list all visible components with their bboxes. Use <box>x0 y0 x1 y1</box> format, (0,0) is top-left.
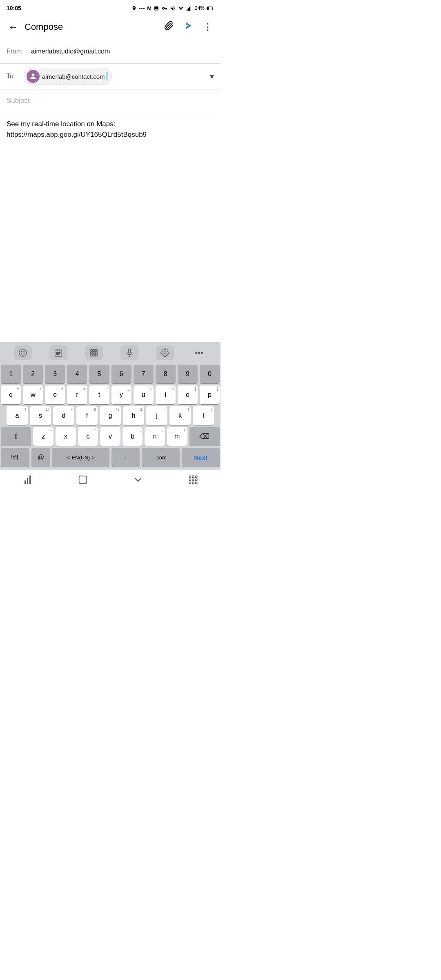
toolbar-actions: ⋮ <box>161 18 216 36</box>
keyboard: 1 2 3 4 5 6 7 8 9 0 +q ×w ÷e =r /t _y <u… <box>0 363 220 470</box>
back-nav-button[interactable] <box>126 472 150 488</box>
svg-rect-18 <box>91 350 93 352</box>
key-n[interactable]: ;n <box>145 427 165 446</box>
apps-button[interactable] <box>181 472 205 488</box>
key-w[interactable]: ×w <box>23 385 43 404</box>
numpad-button[interactable] <box>85 345 103 360</box>
key-o[interactable]: [o <box>178 385 198 404</box>
expand-cc-button[interactable]: ▾ <box>210 71 214 81</box>
svg-point-2 <box>143 8 145 9</box>
recipient-chip[interactable]: aimerlab@contact.com <box>24 68 112 85</box>
to-label: To <box>7 73 23 80</box>
space-button[interactable]: . <box>111 448 140 467</box>
key-c[interactable]: "c <box>78 427 98 446</box>
compose-body[interactable]: See my real-time location on Maps: https… <box>0 112 220 146</box>
shift-button[interactable]: ⇧ <box>1 427 31 446</box>
recipient-email: aimerlab@contact.com <box>42 73 105 80</box>
recents-button[interactable] <box>16 472 40 488</box>
key-p[interactable]: ]p <box>200 385 220 404</box>
recents-icon <box>24 475 31 484</box>
svg-rect-27 <box>128 349 131 353</box>
svg-rect-5 <box>189 7 190 11</box>
dotcom-button[interactable]: .com <box>142 448 180 467</box>
more-button[interactable]: ⋮ <box>200 18 216 36</box>
home-button[interactable] <box>71 472 95 488</box>
send-button[interactable] <box>180 18 197 36</box>
key-y[interactable]: _y <box>111 385 131 404</box>
key-r[interactable]: =r <box>67 385 87 404</box>
keyboard-bottom-row: !#1 @ < EN(US) > . .com Next <box>1 448 220 467</box>
svg-rect-32 <box>189 476 191 477</box>
key-d[interactable]: #d <box>53 406 74 425</box>
mic-button[interactable] <box>120 345 138 360</box>
key-7[interactable]: 7 <box>134 365 154 383</box>
svg-point-1 <box>141 8 143 9</box>
key-s[interactable]: @s <box>30 406 51 425</box>
svg-rect-20 <box>96 350 98 352</box>
key-v[interactable]: v <box>100 427 120 446</box>
apps-icon <box>188 474 198 485</box>
svg-rect-21 <box>91 352 93 354</box>
backspace-button[interactable]: ⌫ <box>189 427 220 446</box>
key-g[interactable]: %g <box>100 406 121 425</box>
lang-label: EN(US) <box>71 454 90 461</box>
svg-rect-24 <box>91 354 93 356</box>
key-l[interactable]: )l <box>193 406 214 425</box>
paperclip-icon <box>164 21 174 31</box>
svg-rect-16 <box>56 353 60 354</box>
key-e[interactable]: ÷e <box>45 385 65 404</box>
status-bar: 10:05 M 24% <box>0 0 220 15</box>
settings-button[interactable] <box>156 345 174 360</box>
svg-rect-15 <box>56 352 60 352</box>
key-b[interactable]: :b <box>122 427 143 446</box>
settings-icon <box>160 348 169 357</box>
key-q[interactable]: +q <box>1 385 21 404</box>
key-z[interactable]: -z <box>33 427 53 446</box>
back-button[interactable]: ← <box>5 18 21 36</box>
key-3[interactable]: 3 <box>45 365 65 383</box>
svg-rect-40 <box>195 482 197 483</box>
svg-rect-8 <box>207 7 208 9</box>
svg-rect-14 <box>57 349 60 350</box>
keyboard-toolbar: ••• <box>0 342 220 363</box>
key-6[interactable]: 6 <box>111 365 131 383</box>
body-text: See my real-time location on Maps: https… <box>7 120 147 138</box>
at-button[interactable]: @ <box>31 448 50 467</box>
key-1[interactable]: 1 <box>1 365 21 383</box>
key-h[interactable]: &h <box>123 406 144 425</box>
key-i[interactable]: >i <box>156 385 176 404</box>
keyboard-row3: ⇧ -z x "c v :b ;n ?m ⌫ <box>1 427 220 446</box>
subject-field[interactable]: Subject <box>0 89 220 112</box>
key-x[interactable]: x <box>56 427 76 446</box>
key-t[interactable]: /t <box>89 385 109 404</box>
to-field[interactable]: To aimerlab@contact.com ▾ <box>0 64 220 89</box>
key-j[interactable]: *j <box>146 406 167 425</box>
svg-rect-23 <box>96 352 98 354</box>
from-field: From aimerlabstudio@gmail.com <box>0 39 220 64</box>
key-8[interactable]: 8 <box>156 365 176 383</box>
svg-marker-9 <box>186 22 192 29</box>
key-k[interactable]: (k <box>169 406 191 425</box>
key-5[interactable]: 5 <box>89 365 109 383</box>
attach-button[interactable] <box>161 18 177 36</box>
svg-rect-17 <box>56 354 59 355</box>
next-button[interactable]: Next <box>182 448 220 467</box>
key-2[interactable]: 2 <box>23 365 43 383</box>
key-m[interactable]: ?m <box>167 427 187 446</box>
keyboard-row2: !a @s #d $f %g &h *j (k )l <box>1 406 220 425</box>
svg-point-12 <box>21 352 22 352</box>
key-u[interactable]: <u <box>134 385 154 404</box>
clipboard-button[interactable] <box>49 345 67 360</box>
key-f[interactable]: $f <box>76 406 98 425</box>
emoji-button[interactable] <box>14 345 32 360</box>
symbols-button[interactable]: !#1 <box>1 448 29 467</box>
language-button[interactable]: < EN(US) > <box>52 448 109 467</box>
location-icon <box>131 6 137 11</box>
key-9[interactable]: 9 <box>178 365 198 383</box>
key-0[interactable]: 0 <box>200 365 220 383</box>
keyboard-more-button[interactable]: ••• <box>192 347 207 359</box>
key-a[interactable]: !a <box>7 406 28 425</box>
key-4[interactable]: 4 <box>67 365 87 383</box>
page-title: Compose <box>24 22 161 32</box>
svg-rect-35 <box>189 479 191 481</box>
